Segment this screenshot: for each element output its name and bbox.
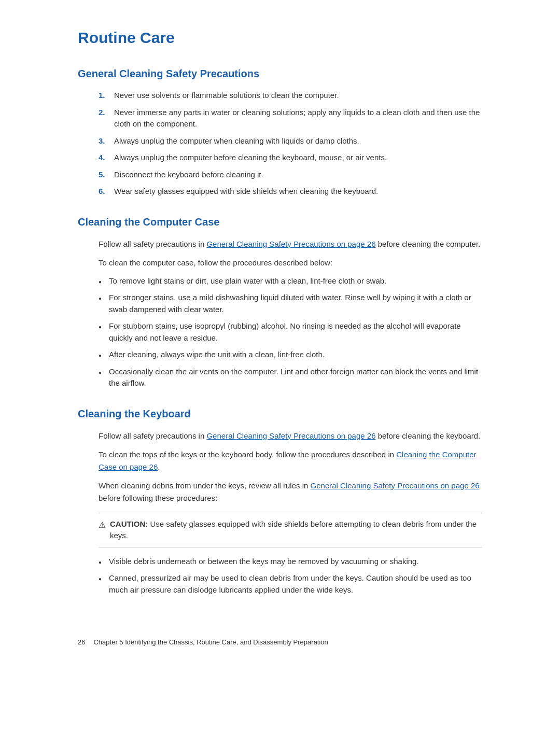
general-ordered-list: 1. Never use solvents or flammable solut… bbox=[99, 90, 482, 198]
keyboard-intro-after-3: before following these procedures: bbox=[99, 494, 217, 502]
list-item: 5. Disconnect the keyboard before cleani… bbox=[99, 169, 482, 181]
keyboard-intro-1: Follow all safety precautions in General… bbox=[99, 430, 482, 442]
keyboard-intro-text-1: Follow all safety precautions in bbox=[99, 431, 206, 440]
list-text: Occasionally clean the air vents on the … bbox=[109, 366, 482, 389]
keyboard-bullet-list: ● Visible debris underneath or between t… bbox=[99, 556, 482, 596]
bullet-icon: ● bbox=[99, 556, 109, 568]
bullet-icon: ● bbox=[99, 275, 109, 287]
computer-case-intro-after-1: before cleaning the computer. bbox=[376, 240, 481, 248]
caution-label: CAUTION: bbox=[110, 519, 148, 528]
page-footer: 26 Chapter 5 Identifying the Chassis, Ro… bbox=[78, 637, 482, 648]
list-item: 6. Wear safety glasses equipped with sid… bbox=[99, 186, 482, 198]
list-text: Canned, pressurized air may be used to c… bbox=[109, 572, 482, 596]
list-number: 2. bbox=[99, 107, 114, 130]
list-text: Always unplug the computer before cleani… bbox=[114, 152, 387, 164]
general-cleaning-link-3[interactable]: General Cleaning Safety Precautions on p… bbox=[311, 481, 480, 490]
keyboard-intro-3: When cleaning debris from under the keys… bbox=[99, 480, 482, 504]
bullet-icon: ● bbox=[99, 366, 109, 389]
list-item: ● Visible debris underneath or between t… bbox=[99, 556, 482, 568]
page-title: Routine Care bbox=[78, 26, 482, 49]
general-cleaning-link-2[interactable]: General Cleaning Safety Precautions on p… bbox=[206, 431, 375, 440]
list-number: 6. bbox=[99, 186, 114, 198]
footer-chapter-text: Chapter 5 Identifying the Chassis, Routi… bbox=[93, 637, 328, 648]
list-item: ● Canned, pressurized air may be used to… bbox=[99, 572, 482, 596]
bullet-icon: ● bbox=[99, 292, 109, 315]
list-item: ● For stronger stains, use a mild dishwa… bbox=[99, 292, 482, 315]
section-title-general: General Cleaning Safety Precautions bbox=[78, 66, 482, 81]
list-number: 3. bbox=[99, 135, 114, 147]
general-cleaning-link-1[interactable]: General Cleaning Safety Precautions on p… bbox=[206, 240, 375, 248]
list-text: For stronger stains, use a mild dishwash… bbox=[109, 292, 482, 315]
keyboard-intro-after-1: before cleaning the keyboard. bbox=[376, 431, 481, 440]
section-content-computer-case: Follow all safety precautions in General… bbox=[78, 238, 482, 389]
keyboard-intro-text-3: When cleaning debris from under the keys… bbox=[99, 481, 311, 490]
keyboard-intro-after-2: . bbox=[158, 462, 160, 471]
list-text: To remove light stains or dirt, use plai… bbox=[109, 275, 386, 287]
list-number: 4. bbox=[99, 152, 114, 164]
list-item: ● To remove light stains or dirt, use pl… bbox=[99, 275, 482, 287]
caution-box: ⚠ CAUTION: Use safety glasses equipped w… bbox=[99, 513, 482, 547]
list-text: For stubborn stains, use isopropyl (rubb… bbox=[109, 320, 482, 344]
computer-case-bullet-list: ● To remove light stains or dirt, use pl… bbox=[99, 275, 482, 389]
computer-case-intro-text-2: To clean the computer case, follow the p… bbox=[99, 258, 332, 267]
list-item: ● For stubborn stains, use isopropyl (ru… bbox=[99, 320, 482, 344]
keyboard-intro-2: To clean the tops of the keys or the key… bbox=[99, 448, 482, 473]
list-text: Never immerse any parts in water or clea… bbox=[114, 107, 482, 130]
caution-text: CAUTION: Use safety glasses equipped wit… bbox=[110, 518, 482, 542]
caution-triangle-icon: ⚠ bbox=[99, 519, 106, 531]
computer-case-intro-1: Follow all safety precautions in General… bbox=[99, 238, 482, 250]
computer-case-intro-2: To clean the computer case, follow the p… bbox=[99, 257, 482, 269]
bullet-icon: ● bbox=[99, 349, 109, 361]
list-number: 5. bbox=[99, 169, 114, 181]
list-item: 4. Always unplug the computer before cle… bbox=[99, 152, 482, 164]
page-container: Routine Care General Cleaning Safety Pre… bbox=[47, 0, 513, 689]
section-title-keyboard: Cleaning the Keyboard bbox=[78, 406, 482, 421]
keyboard-intro-text-2: To clean the tops of the keys or the key… bbox=[99, 450, 396, 459]
list-item: ● Occasionally clean the air vents on th… bbox=[99, 366, 482, 389]
section-title-computer-case: Cleaning the Computer Case bbox=[78, 214, 482, 230]
caution-body-text: Use safety glasses equipped with side sh… bbox=[110, 519, 477, 540]
footer-page-number: 26 bbox=[78, 637, 85, 648]
list-item: 1. Never use solvents or flammable solut… bbox=[99, 90, 482, 102]
list-item: 2. Never immerse any parts in water or c… bbox=[99, 107, 482, 130]
list-text: Always unplug the computer when cleaning… bbox=[114, 135, 359, 147]
list-text: Wear safety glasses equipped with side s… bbox=[114, 186, 378, 198]
list-item: ● After cleaning, always wipe the unit w… bbox=[99, 349, 482, 361]
list-item: 3. Always unplug the computer when clean… bbox=[99, 135, 482, 147]
list-number: 1. bbox=[99, 90, 114, 102]
list-text: After cleaning, always wipe the unit wit… bbox=[109, 349, 325, 361]
section-content-keyboard: Follow all safety precautions in General… bbox=[78, 430, 482, 596]
list-text: Never use solvents or flammable solution… bbox=[114, 90, 339, 102]
section-content-general: 1. Never use solvents or flammable solut… bbox=[78, 90, 482, 198]
list-text: Visible debris underneath or between the… bbox=[109, 556, 419, 568]
bullet-icon: ● bbox=[99, 572, 109, 596]
bullet-icon: ● bbox=[99, 320, 109, 344]
list-text: Disconnect the keyboard before cleaning … bbox=[114, 169, 263, 181]
computer-case-intro-text-1: Follow all safety precautions in bbox=[99, 240, 206, 248]
